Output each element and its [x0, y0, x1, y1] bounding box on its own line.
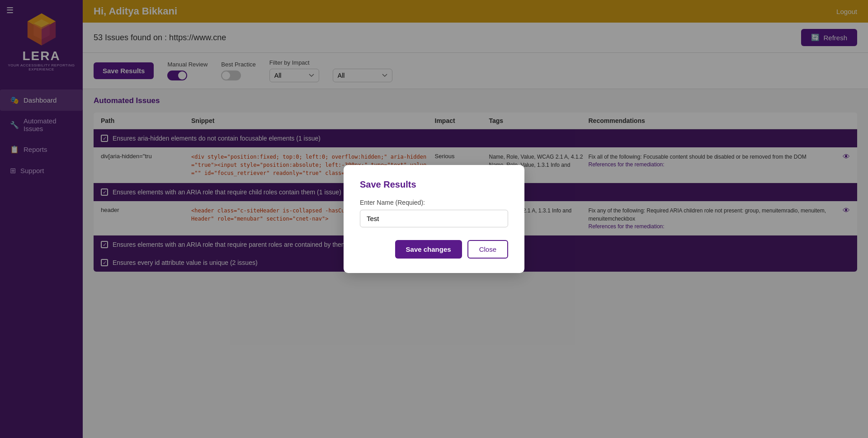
modal-title: Save Results — [360, 179, 508, 190]
modal-save-button[interactable]: Save changes — [395, 240, 462, 259]
modal-name-input[interactable] — [360, 210, 508, 227]
modal-close-button[interactable]: Close — [467, 240, 508, 259]
save-results-modal: Save Results Enter Name (Requied): Save … — [344, 165, 524, 273]
modal-input-label: Enter Name (Requied): — [360, 199, 508, 206]
modal-actions: Save changes Close — [360, 240, 508, 259]
modal-overlay: Save Results Enter Name (Requied): Save … — [0, 0, 868, 438]
